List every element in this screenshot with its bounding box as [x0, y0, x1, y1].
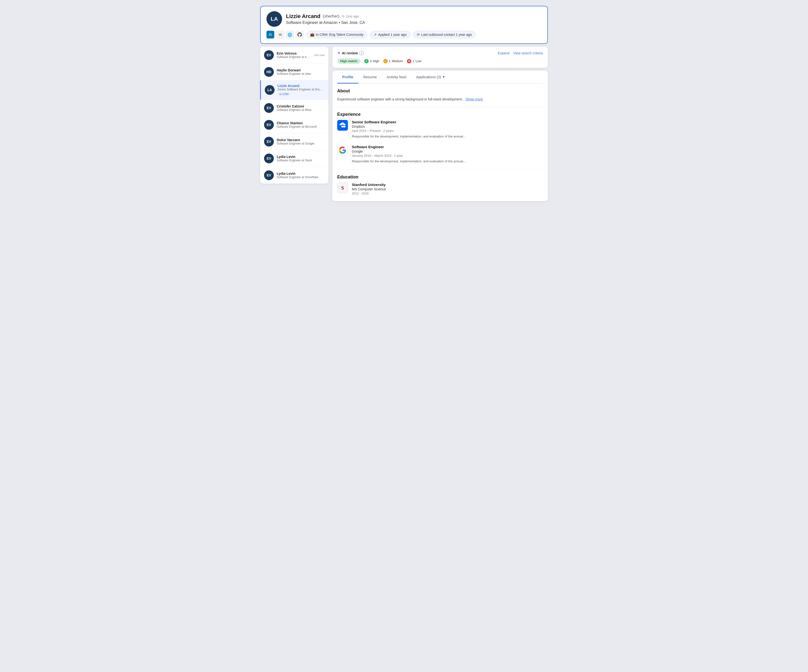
medium-score-item: — 1 Medium: [383, 59, 403, 63]
web-icon[interactable]: 🌐: [286, 31, 294, 38]
medium-score-count: 1: [389, 59, 391, 63]
tab-resume-label: Resume: [363, 75, 377, 79]
candidate-info: Lydia LevinSoftware Engineer at Snowflak…: [277, 172, 324, 179]
stanford-logo: S: [337, 183, 348, 193]
linkedin-icon[interactable]: in: [267, 31, 274, 38]
candidate-item[interactable]: EVChance StantonSoftware Engineer at Mic…: [260, 117, 329, 133]
view-criteria-link[interactable]: View search criteria: [513, 51, 543, 55]
email-icon[interactable]: ✉: [276, 31, 284, 38]
high-score-label: High: [373, 59, 379, 63]
updated-time: 1mo ago: [346, 14, 359, 18]
profile-header-card: LA Lizzie Arcand (she/her) ↻ 1mo ago Sof…: [260, 6, 548, 44]
high-score-count: 3: [370, 59, 372, 63]
experience-item-dropbox: Senior Software Engineer Dropbox April 2…: [337, 120, 543, 139]
google-desc: Responsible for the development, impleme…: [352, 159, 466, 164]
ai-info-icon[interactable]: i: [359, 51, 364, 55]
dropbox-company: Dropbox: [352, 125, 466, 128]
tab-profile[interactable]: Profile: [337, 71, 359, 83]
high-score-dot: ✓: [364, 59, 369, 63]
applied-badge[interactable]: ↗ Applied 1 year ago: [370, 31, 410, 38]
app-container: LA Lizzie Arcand (she/her) ↻ 1mo ago Sof…: [260, 6, 548, 201]
crm-label: In CRM: Eng Talent Community: [316, 33, 364, 37]
tab-applications-label: Applications (2): [416, 75, 441, 79]
tab-resume[interactable]: Resume: [359, 71, 382, 83]
profile-updated: ↻ 1mo ago: [342, 14, 359, 18]
profile-name-row: Lizzie Arcand (she/her) ↻ 1mo ago: [286, 13, 365, 20]
profile-name-block: Lizzie Arcand (she/her) ↻ 1mo ago Softwa…: [286, 13, 365, 25]
candidate-info: Chance StantonSoftware Engineer at Micro…: [277, 121, 324, 128]
about-text: Experienced software engineer with a str…: [337, 97, 543, 102]
tab-chevron-icon: ▾: [443, 75, 445, 79]
dropbox-desc: Responsible for the development, impleme…: [352, 134, 466, 139]
candidate-name: Lizzie Arcand: [277, 84, 324, 88]
candidate-title: Senior Software Engineer at Dro...: [277, 88, 324, 91]
candidate-avatar: HD: [264, 67, 274, 77]
candidate-item[interactable]: LALizzie ArcandSenior Software Engineer …: [260, 80, 329, 100]
candidate-info: Lydia LevinSoftware Engineer at Slack: [277, 155, 324, 162]
about-title: About: [337, 88, 543, 93]
outbound-label: Last outbound contact 1 year ago: [421, 33, 472, 37]
profile-avatar: LA: [267, 11, 282, 27]
candidate-info: Haylie DorwartSoftware Engineer at Uber: [277, 68, 324, 75]
candidate-title: Software Engineer at Uber: [277, 72, 324, 75]
ai-review-actions: Expand View search criteria: [498, 51, 543, 55]
candidate-list: EVErin VetrovsSoftware Engineer at Amazo…: [260, 47, 329, 183]
candidate-item[interactable]: EVErin VetrovsSoftware Engineer at Amazo…: [260, 47, 329, 63]
candidate-item[interactable]: EVLydia LevinSoftware Engineer at Slack: [260, 150, 329, 167]
profile-header-bottom: in ✉ 🌐 💼 In CRM: Eng Talent Community ↗ …: [267, 31, 541, 38]
stanford-info: Stanford University MS Computer Science …: [352, 183, 386, 195]
stanford-years: 2012 - 2016: [352, 192, 386, 195]
candidate-name: Erin Vetrovs: [277, 52, 311, 55]
candidate-name: Cristofer Calzoni: [277, 104, 324, 108]
candidate-avatar: EV: [264, 137, 274, 147]
education-title: Education: [337, 175, 543, 180]
google-logo: [337, 145, 348, 155]
ai-review-card: ✦ AI review i Expand View search criteri…: [332, 47, 548, 68]
right-panel: ✦ AI review i Expand View search criteri…: [332, 47, 548, 201]
github-icon[interactable]: [296, 31, 304, 38]
candidate-info: Lizzie ArcandSenior Software Engineer at…: [277, 84, 324, 96]
tab-applications[interactable]: Applications (2) ▾: [411, 71, 449, 83]
candidate-avatar: EV: [264, 170, 274, 180]
expand-link[interactable]: Expand: [498, 51, 509, 55]
experience-title: Experience: [337, 112, 543, 117]
profile-title: Software Engineer at Amazon: [286, 20, 338, 25]
match-badge: High match: [337, 58, 361, 64]
google-company: Google: [352, 149, 466, 153]
profile-subtitle: Software Engineer at Amazon • San Jose, …: [286, 20, 365, 25]
candidate-title: Software Engineer at Snowflake: [277, 175, 324, 179]
tab-activity[interactable]: Activity feed: [382, 71, 411, 83]
tab-profile-label: Profile: [342, 75, 354, 79]
outbound-badge[interactable]: ⟳ Last outbound contact 1 year ago: [413, 31, 476, 38]
candidate-info: Dulce VaccaroSoftware Engineer at Google: [277, 138, 324, 145]
candidate-name: Chance Stanton: [277, 121, 324, 125]
stanford-school: Stanford University: [352, 183, 386, 187]
experience-item-google: Software Engineer Google January 2018 – …: [337, 145, 543, 164]
show-more-link[interactable]: Show more: [466, 97, 483, 101]
profile-header-top: LA Lizzie Arcand (she/her) ↻ 1mo ago Sof…: [267, 11, 541, 27]
candidate-item[interactable]: HDHaylie DorwartSoftware Engineer at Ube…: [260, 63, 329, 80]
candidate-info: Erin VetrovsSoftware Engineer at Amazon: [277, 52, 311, 59]
candidate-avatar: EV: [264, 103, 274, 113]
low-score-label: Low: [416, 59, 422, 63]
refresh-icon: ↻: [342, 14, 345, 18]
crm-icon: 💼: [310, 33, 314, 37]
low-score-dot: ✕: [407, 59, 411, 63]
in-crm-badge: In CRM: [277, 92, 290, 96]
low-score-count: 1: [412, 59, 414, 63]
candidate-item[interactable]: EVLydia LevinSoftware Engineer at Snowfl…: [260, 167, 329, 183]
candidate-name: Lydia Levin: [277, 155, 324, 159]
section-divider-2: [337, 169, 543, 170]
candidate-avatar: EV: [264, 120, 274, 130]
high-score-item: ✓ 3 High: [364, 59, 379, 63]
profile-details-card: Profile Resume Activity feed Application…: [332, 71, 548, 201]
applied-icon: ↗: [374, 33, 377, 37]
crm-badge[interactable]: 💼 In CRM: Eng Talent Community: [307, 31, 367, 38]
candidate-item[interactable]: EVCristofer CalzoniSoftware Engineer at …: [260, 100, 329, 117]
candidate-info: Cristofer CalzoniSoftware Engineer at Me…: [277, 104, 324, 112]
profile-pronouns: (she/her): [323, 14, 339, 19]
candidate-item[interactable]: EVDulce VaccaroSoftware Engineer at Goog…: [260, 133, 329, 150]
google-role: Software Engineer: [352, 145, 466, 149]
ai-review-scores: High match ✓ 3 High — 1 Medium ✕ 1 Lo: [337, 58, 543, 64]
candidate-avatar: EV: [264, 153, 274, 163]
